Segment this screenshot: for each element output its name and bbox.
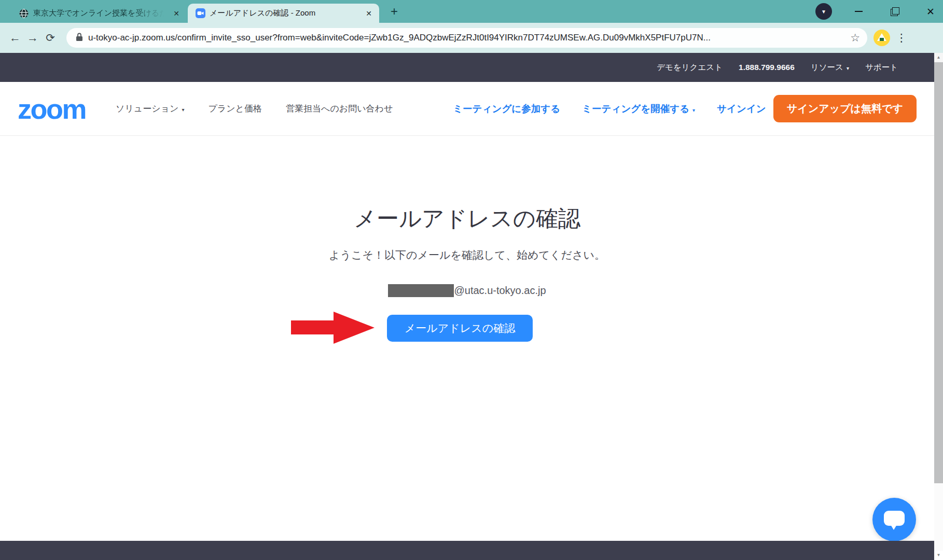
minimize-icon <box>855 11 863 12</box>
tab-title: 東京大学でオンライン授業を受けるた <box>33 8 167 18</box>
join-meeting-link[interactable]: ミーティングに参加する <box>453 102 560 115</box>
bookmark-star-icon[interactable]: ☆ <box>850 32 860 44</box>
restore-icon <box>891 9 898 16</box>
back-icon[interactable]: ← <box>6 29 24 47</box>
page-footer <box>0 541 934 560</box>
browser-menu-icon[interactable]: ⋮ <box>895 32 908 44</box>
restore-button[interactable] <box>882 0 906 23</box>
email-row: @utac.u-tokyo.ac.jp <box>0 284 934 297</box>
profile-avatar[interactable] <box>873 30 890 46</box>
scroll-down-icon[interactable]: ▼ <box>934 551 943 560</box>
sign-in-link[interactable]: サインイン <box>717 102 766 115</box>
welcome-text: ようこそ！以下のメールを確認して、始めてください。 <box>0 248 934 262</box>
nav-right-group: ミーティングに参加する ミーティングを開催する▾ サインイン <box>453 102 766 115</box>
host-meeting-menu[interactable]: ミーティングを開催する▾ <box>582 102 695 115</box>
email-domain: @utac.u-tokyo.ac.jp <box>454 285 546 297</box>
url-text[interactable]: u-tokyo-ac-jp.zoom.us/confirm_invite_sso… <box>88 33 845 43</box>
chevron-down-icon: ▾ <box>182 107 184 113</box>
resources-menu[interactable]: リソース▾ <box>811 62 849 73</box>
solutions-menu[interactable]: ソリューション▾ <box>116 103 184 115</box>
tab-close-icon[interactable]: ✕ <box>364 9 374 18</box>
browser-toolbar: ← → ⟳ u-tokyo-ac-jp.zoom.us/confirm_invi… <box>0 23 943 53</box>
scrollbar[interactable]: ▲ ▼ <box>934 53 943 560</box>
tab-close-icon[interactable]: ✕ <box>171 9 182 18</box>
zoom-top-bar: デモをリクエスト 1.888.799.9666 リソース▾ サポート <box>0 53 934 82</box>
tab-title: メールアドレスの確認 - Zoom <box>210 8 359 18</box>
window-close-button[interactable]: ✕ <box>919 0 942 23</box>
contact-sales-link[interactable]: 営業担当へのお問い合わせ <box>286 103 393 115</box>
chat-bubble-icon <box>884 511 905 526</box>
zoom-logo[interactable]: zoom <box>18 95 86 123</box>
red-arrow-annotation <box>291 320 335 334</box>
nav-left-group: ソリューション▾ プランと価格 営業担当へのお問い合わせ <box>116 103 393 115</box>
tab-search-button[interactable]: ▼ <box>815 3 832 20</box>
page-title: メールアドレスの確認 <box>0 204 934 234</box>
new-tab-button[interactable]: + <box>386 5 402 19</box>
tab-utokyo-page[interactable]: 東京大学でオンライン授業を受けるた ✕ <box>11 4 187 23</box>
scroll-up-icon[interactable]: ▲ <box>934 53 943 62</box>
signup-free-button[interactable]: サインアップは無料です <box>773 95 917 122</box>
globe-icon <box>19 8 29 19</box>
page-viewport: デモをリクエスト 1.888.799.9666 リソース▾ サポート zoom … <box>0 53 934 560</box>
chevron-down-icon: ▾ <box>847 65 849 71</box>
chat-widget-button[interactable] <box>872 498 916 541</box>
browser-window: 東京大学でオンライン授業を受けるた ✕ メールアドレスの確認 - Zoom ✕ … <box>0 0 943 560</box>
confirm-email-button[interactable]: メールアドレスの確認 <box>387 315 533 342</box>
tab-strip: 東京大学でオンライン授業を受けるた ✕ メールアドレスの確認 - Zoom ✕ … <box>0 0 943 23</box>
scrollbar-thumb[interactable] <box>934 62 943 483</box>
red-arrow-head <box>334 312 375 344</box>
zoom-camera-icon <box>195 8 205 19</box>
support-link[interactable]: サポート <box>865 62 898 73</box>
zoom-main-nav: zoom ソリューション▾ プランと価格 営業担当へのお問い合わせ ミーティング… <box>0 82 934 136</box>
tab-zoom-confirm[interactable]: メールアドレスの確認 - Zoom ✕ <box>188 4 379 23</box>
chevron-down-icon: ▾ <box>692 107 695 113</box>
request-demo-link[interactable]: デモをリクエスト <box>657 62 723 73</box>
lock-icon <box>76 33 83 44</box>
address-bar[interactable]: u-tokyo-ac-jp.zoom.us/confirm_invite_sso… <box>66 28 867 48</box>
minimize-button[interactable] <box>847 0 870 23</box>
forward-icon[interactable]: → <box>24 29 41 47</box>
phone-number[interactable]: 1.888.799.9666 <box>739 63 795 72</box>
plans-pricing-link[interactable]: プランと価格 <box>208 103 262 115</box>
redacted-email-local-part <box>388 284 454 297</box>
reload-icon[interactable]: ⟳ <box>41 29 59 47</box>
